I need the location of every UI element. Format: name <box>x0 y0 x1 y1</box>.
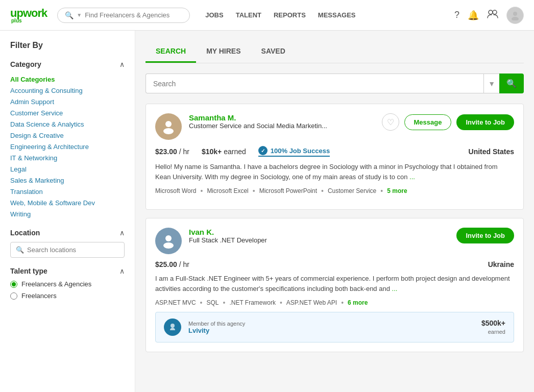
talent-option-freelancers[interactable]: Freelancers <box>10 292 125 300</box>
category-link-data[interactable]: Data Science & Analytics <box>10 120 84 128</box>
logo: upwork plus <box>10 7 47 23</box>
skill-aspnet: ASP.NET MVC <box>155 299 196 306</box>
logo-plus: plus <box>11 18 22 23</box>
notification-icon[interactable]: 🔔 <box>468 10 479 21</box>
category-link-web[interactable]: Web, Mobile & Software Dev <box>10 199 95 207</box>
agency-banner-ivan: Member of this agency Lvivity $500k+ ear… <box>155 312 514 342</box>
category-chevron-icon[interactable]: ∧ <box>119 60 125 68</box>
avatar-ivan <box>155 228 182 254</box>
category-section-header: Category ∧ <box>10 60 125 68</box>
skill-webapi: ASP.NET Web API <box>286 299 337 306</box>
category-item-it[interactable]: IT & Networking <box>10 152 125 163</box>
talent-option-both[interactable]: Freelancers & Agencies <box>10 280 125 288</box>
location-search-input[interactable] <box>27 246 119 254</box>
avatar-samantha <box>155 113 182 140</box>
category-item-web[interactable]: Web, Mobile & Software Dev <box>10 197 125 208</box>
card-stats-ivan: $25.00 / hr Ukraine <box>155 260 514 268</box>
more-skills-samantha[interactable]: 5 more <box>387 187 407 194</box>
nav-reports[interactable]: REPORTS <box>274 11 306 19</box>
category-item-data[interactable]: Data Science & Analytics <box>10 118 125 130</box>
location-search-box[interactable]: 🔍 <box>10 242 125 258</box>
category-item-legal[interactable]: Legal <box>10 163 125 175</box>
card-header-ivan: Ivan K. Full Stack .NET Developer Invite… <box>155 228 514 254</box>
category-link-translation[interactable]: Translation <box>10 188 43 195</box>
bio-read-more-ivan[interactable]: ... <box>392 285 398 292</box>
category-link-writing[interactable]: Writing <box>10 210 31 218</box>
team-icon[interactable] <box>487 9 498 21</box>
freelancer-card-samantha: Samantha M. Customer Service and Social … <box>145 104 524 210</box>
category-item-design[interactable]: Design & Creative <box>10 130 125 141</box>
category-link-accounting[interactable]: Accounting & Consulting <box>10 87 83 94</box>
user-avatar[interactable] <box>506 7 524 24</box>
talent-radio-freelancers[interactable] <box>10 292 17 300</box>
sidebar: Filter By Category ∧ All Categories Acco… <box>0 31 135 392</box>
card-location-samantha: United States <box>469 148 514 156</box>
talent-label-freelancers: Freelancers <box>21 292 57 300</box>
svg-point-7 <box>163 242 174 249</box>
card-bio-ivan: I am a Full-Stack .NET Engineer with 5+ … <box>155 274 514 293</box>
card-skills-samantha: Microsoft Word • Microsoft Excel • Micro… <box>155 187 514 195</box>
category-item-engineering[interactable]: Engineering & Architecture <box>10 141 125 152</box>
main-search-input[interactable] <box>145 74 483 93</box>
talent-radio-both[interactable] <box>10 281 17 288</box>
nav-jobs[interactable]: JOBS <box>205 11 223 19</box>
header-search-bar[interactable]: 🔍 ▼ <box>57 8 190 23</box>
help-icon[interactable]: ? <box>454 10 459 20</box>
category-item-customer[interactable]: Customer Service <box>10 107 125 118</box>
category-link-all[interactable]: All Categories <box>10 76 55 83</box>
category-item-translation[interactable]: Translation <box>10 186 125 197</box>
talent-label-both: Freelancers & Agencies <box>21 280 91 288</box>
card-info-ivan: Ivan K. Full Stack .NET Developer <box>189 228 449 244</box>
freelancer-name-samantha: Samantha M. <box>189 113 375 122</box>
tab-search[interactable]: SEARCH <box>145 41 196 63</box>
more-skills-ivan[interactable]: 6 more <box>348 299 368 306</box>
filter-by-title: Filter By <box>10 41 125 50</box>
category-link-legal[interactable]: Legal <box>10 165 27 173</box>
svg-point-1 <box>493 10 497 14</box>
agency-name[interactable]: Lvivity <box>188 327 474 334</box>
main-search-button[interactable]: 🔍 <box>499 74 524 93</box>
category-item-sales[interactable]: Sales & Marketing <box>10 175 125 186</box>
category-link-it[interactable]: IT & Networking <box>10 154 57 162</box>
message-button-samantha[interactable]: Message <box>404 114 452 130</box>
nav-talent[interactable]: TALENT <box>236 11 261 19</box>
card-info-samantha: Samantha M. Customer Service and Social … <box>189 113 375 130</box>
job-success-samantha: ✓ 100% Job Success <box>258 146 330 157</box>
category-link-customer[interactable]: Customer Service <box>10 109 63 117</box>
card-earned-samantha: $10k+ earned <box>202 148 246 156</box>
category-link-engineering[interactable]: Engineering & Architecture <box>10 143 89 151</box>
header-search-input[interactable] <box>85 11 182 19</box>
category-link-sales[interactable]: Sales & Marketing <box>10 177 64 184</box>
location-chevron-icon[interactable]: ∧ <box>119 229 125 237</box>
category-item-all[interactable]: All Categories <box>10 74 125 85</box>
skill-excel: Microsoft Excel <box>207 187 248 194</box>
header-icons: ? 🔔 <box>454 7 524 24</box>
main-nav: JOBS TALENT REPORTS MESSAGES <box>205 11 355 19</box>
heart-button-samantha[interactable]: ♡ <box>382 113 399 131</box>
category-link-design[interactable]: Design & Creative <box>10 132 64 139</box>
location-search-icon: 🔍 <box>16 246 24 254</box>
main-search-dropdown[interactable]: ▼ <box>483 74 499 93</box>
freelancer-card-ivan: Ivan K. Full Stack .NET Developer Invite… <box>145 218 524 352</box>
skill-sql: SQL <box>207 299 219 306</box>
category-link-admin[interactable]: Admin Support <box>10 98 54 106</box>
category-item-accounting[interactable]: Accounting & Consulting <box>10 85 125 96</box>
category-item-writing[interactable]: Writing <box>10 208 125 219</box>
freelancer-title-samantha: Customer Service and Social Media Market… <box>189 122 375 130</box>
card-skills-ivan: ASP.NET MVC • SQL • .NET Framework • ASP… <box>155 299 514 307</box>
svg-point-4 <box>165 121 172 127</box>
nav-messages[interactable]: MESSAGES <box>318 11 356 19</box>
skill-dotnet: .NET Framework <box>229 299 275 306</box>
invite-button-samantha[interactable]: Invite to Job <box>456 114 514 130</box>
card-stats-samantha: $23.00 / hr $10k+ earned ✓ 100% Job Succ… <box>155 146 514 157</box>
talent-type-chevron-icon[interactable]: ∧ <box>119 267 125 275</box>
tab-saved[interactable]: SAVED <box>251 41 296 63</box>
job-success-icon: ✓ <box>258 146 268 155</box>
bio-read-more-samantha[interactable]: ... <box>409 173 415 181</box>
svg-point-6 <box>165 235 172 241</box>
tab-my-hires[interactable]: MY HIRES <box>196 41 251 63</box>
category-item-admin[interactable]: Admin Support <box>10 96 125 107</box>
agency-label: Member of this agency <box>188 321 474 327</box>
invite-button-ivan[interactable]: Invite to Job <box>456 228 514 243</box>
card-actions-samantha: ♡ Message Invite to Job <box>382 113 514 131</box>
